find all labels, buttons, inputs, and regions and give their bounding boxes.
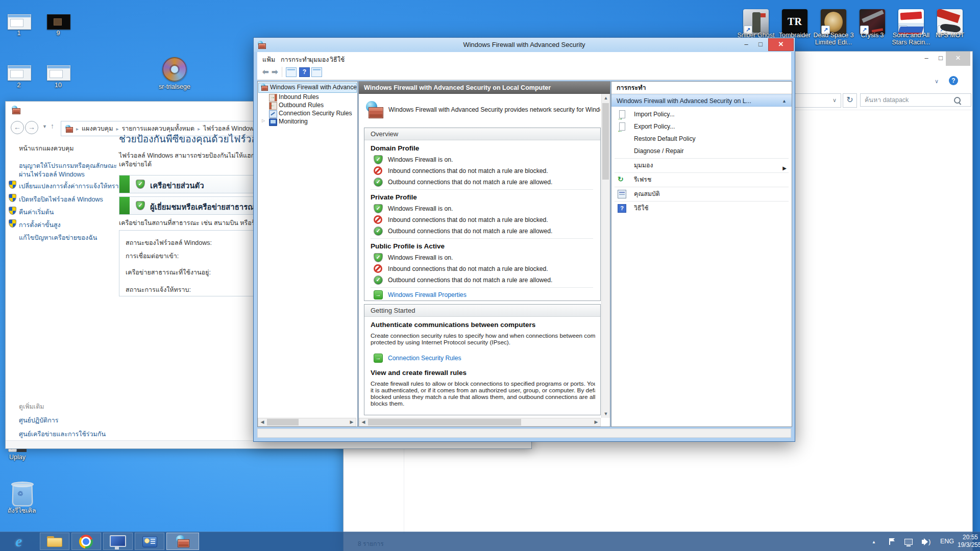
monitoring-icon [269, 118, 277, 126]
icon-label[interactable]: ถังรีไซเคิล [0, 507, 44, 514]
scroll-thumb[interactable] [267, 419, 299, 425]
action-pane-toggle-icon[interactable] [311, 67, 322, 77]
chevron-down-icon[interactable]: ∨ [935, 78, 939, 85]
title-bar[interactable]: Windows Firewall with Advanced Security [254, 38, 795, 52]
menu-file[interactable]: แฟ้ม [262, 55, 275, 65]
sidebar-item-notification-settings[interactable]: เปลี่ยนแปลงการตั้งค่าการแจ้งให้ทราบ [19, 181, 122, 191]
sidebar-item-action-center[interactable]: ศูนย์ปฏิบัติการ [19, 415, 58, 425]
scroll-up-icon[interactable]: ▲ [602, 94, 610, 102]
menu-view[interactable]: มุมมอง [309, 55, 329, 65]
expand-icon[interactable]: ▷ [262, 118, 265, 123]
maximize-button[interactable]: □ [754, 38, 767, 51]
minimize-button[interactable]: – [740, 38, 753, 51]
action-import-policy[interactable]: → Import Policy... [611, 108, 792, 120]
network-icon[interactable] [904, 539, 913, 545]
scroll-thumb[interactable] [368, 419, 521, 425]
taskbar-button-explorer[interactable] [40, 533, 69, 550]
screenshot-icon-1[interactable] [8, 14, 31, 30]
taskbar-button-firewall-active[interactable] [166, 533, 199, 550]
firewall-properties-link[interactable]: Windows Firewall Properties [388, 291, 467, 298]
taskbar-button-remote-desktop[interactable] [103, 533, 133, 550]
recycle-bin-icon[interactable]: ♲ [10, 480, 33, 505]
forward-button[interactable]: → [25, 121, 38, 134]
refresh-button[interactable]: ↻ [843, 93, 857, 108]
disc-icon-sr-trialsege[interactable] [162, 57, 187, 82]
scroll-right-icon[interactable]: ▶ [348, 418, 356, 426]
sidebar-item-turn-on-off[interactable]: เปิดหรือปิดไฟร์วอลล์ Windows [19, 194, 103, 205]
action-restore-default-policy[interactable]: Restore Default Policy [611, 133, 792, 145]
help-icon[interactable]: ? [949, 76, 958, 85]
language-indicator[interactable]: ENG [940, 538, 954, 545]
action-properties[interactable]: คุณสมบัติ [611, 188, 792, 200]
console-tree-toggle-icon[interactable] [286, 67, 297, 77]
scroll-left-icon[interactable]: ◀ [258, 418, 266, 426]
up-button[interactable]: ↑ [51, 122, 54, 130]
taskbar-button-control-app[interactable] [135, 533, 164, 550]
icon-label[interactable]: NFS MOT [927, 32, 973, 39]
sidebar-item-allow-app-line2[interactable]: ผ่านไฟร์วอลล์ Windows [19, 169, 85, 180]
game-icon-sniper-ghost[interactable]: ↗ [743, 9, 769, 35]
close-button[interactable]: ✕ [946, 52, 970, 66]
sidebar-item-restore-defaults[interactable]: คืนค่าเริ่มต้น [19, 207, 54, 217]
tree-item-connection-security-rules[interactable]: Connection Security Rules [279, 110, 352, 117]
internet-explorer-icon[interactable]: e [15, 533, 22, 550]
back-button[interactable]: ← [11, 121, 24, 134]
menu-help[interactable]: วิธีใช้ [330, 55, 345, 65]
taskbar-button-chrome[interactable] [71, 533, 101, 550]
close-button[interactable]: ✕ [768, 38, 794, 51]
sidebar-item-network-sharing-center[interactable]: ศูนย์เครือข่ายและการใช้ร่วมกัน [19, 429, 106, 439]
action-center-flag-icon[interactable] [889, 538, 890, 545]
scroll-down-icon[interactable]: ▼ [602, 410, 610, 418]
connection-security-rules-link[interactable]: Connection Security Rules [388, 355, 461, 362]
screenshot-icon-10[interactable] [47, 65, 70, 81]
results-vertical-scrollbar[interactable]: ▲ ▼ [601, 94, 610, 418]
game-icon-crysis-3[interactable]: ↗ [860, 9, 885, 35]
help-icon[interactable]: ? [299, 67, 310, 77]
back-icon[interactable]: ⬅ [262, 67, 269, 77]
tree-item-monitoring[interactable]: Monitoring [279, 118, 308, 125]
icon-label[interactable]: sr-trialsege [149, 83, 200, 90]
forward-icon[interactable]: ➡ [272, 67, 278, 77]
game-icon-nfs[interactable]: ↗ [937, 9, 963, 35]
search-icon[interactable] [954, 97, 961, 104]
tree-item-outbound-rules[interactable]: Outbound Rules [279, 102, 324, 109]
rules-body-line4: blocks them. [371, 400, 595, 407]
history-dropdown-icon[interactable]: ▼ [42, 124, 47, 129]
scroll-right-icon[interactable]: ▶ [592, 418, 600, 426]
action-view-submenu[interactable]: มุมมอง ▶ [611, 159, 792, 171]
scroll-thumb[interactable] [602, 103, 609, 180]
action-help[interactable]: ? วิธีใช้ [611, 202, 792, 214]
actions-group-header[interactable]: Windows Firewall with Advanced Security … [611, 94, 792, 107]
shield-check-icon: ✓ [374, 155, 383, 164]
scroll-left-icon[interactable]: ◀ [359, 418, 368, 426]
action-diagnose-repair[interactable]: Diagnose / Repair [611, 145, 792, 157]
collapse-icon[interactable]: ▲ [782, 95, 787, 107]
sidebar-item-troubleshoot[interactable]: แก้ไขปัญหาเครือข่ายของฉัน [19, 233, 97, 243]
screenshot-icon-9[interactable] [47, 14, 70, 30]
tree-horizontal-scrollbar[interactable]: ◀ ▶ [258, 418, 356, 427]
volume-icon[interactable] [922, 540, 925, 544]
status-label: เครือข่ายสาธารณะที่ใช้งานอยู่: [126, 267, 211, 278]
icon-label[interactable]: 2 [4, 82, 34, 89]
game-icon-dead-space-3[interactable]: ↗ [821, 9, 846, 35]
refresh-icon: ↻ [618, 176, 625, 183]
clock[interactable]: 20:55 19/3/2556 [958, 534, 978, 549]
sidebar-item-advanced-settings[interactable]: การตั้งค่าขั้นสูง [19, 220, 61, 230]
screenshot-icon-2[interactable] [8, 65, 31, 81]
game-icon-sonic-racing[interactable]: ↗ [898, 9, 924, 35]
action-export-policy[interactable]: ← Export Policy... [611, 120, 792, 133]
minimize-button[interactable]: – [919, 52, 934, 66]
icon-label[interactable]: 1 [4, 30, 34, 37]
icon-label[interactable]: Uplay [2, 454, 33, 461]
results-horizontal-scrollbar[interactable]: ◀ ▶ [359, 418, 601, 427]
tray-chevron-icon[interactable]: ▲ [872, 540, 876, 544]
action-refresh[interactable]: ↻ รีเฟรช [611, 173, 792, 186]
game-icon-tombraider[interactable]: TR [782, 9, 807, 35]
icon-label[interactable]: 9 [43, 30, 74, 37]
tree-item-inbound-rules[interactable]: Inbound Rules [279, 93, 319, 101]
breadcrumb-item[interactable]: แผงควบคุม [82, 123, 113, 134]
tree-item-root[interactable]: Windows Firewall with Advance [270, 84, 357, 91]
sidebar-item-home[interactable]: หน้าแรกแผงควบคุม [19, 143, 74, 154]
menu-action[interactable]: การกระทำ [281, 55, 310, 65]
icon-label[interactable]: 10 [43, 82, 74, 89]
